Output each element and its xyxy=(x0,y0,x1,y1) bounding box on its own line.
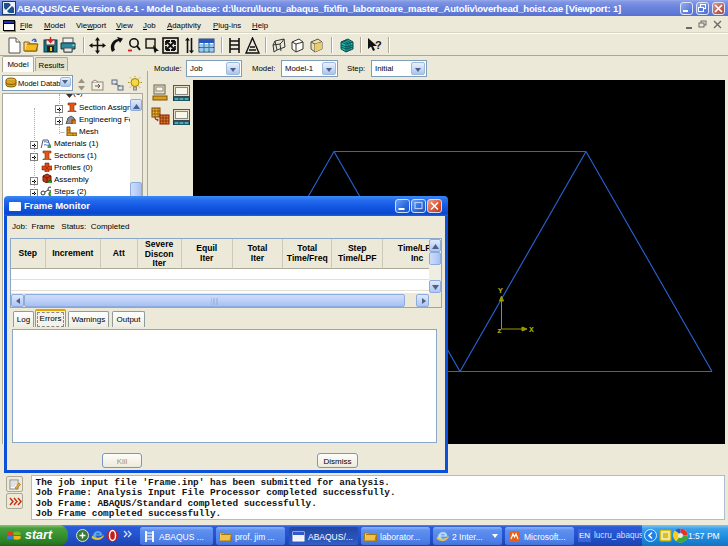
svg-text:Y: Y xyxy=(498,286,503,295)
svg-text:X: X xyxy=(529,325,534,334)
svg-text:?: ? xyxy=(375,39,382,51)
svg-text:z: z xyxy=(497,326,502,335)
